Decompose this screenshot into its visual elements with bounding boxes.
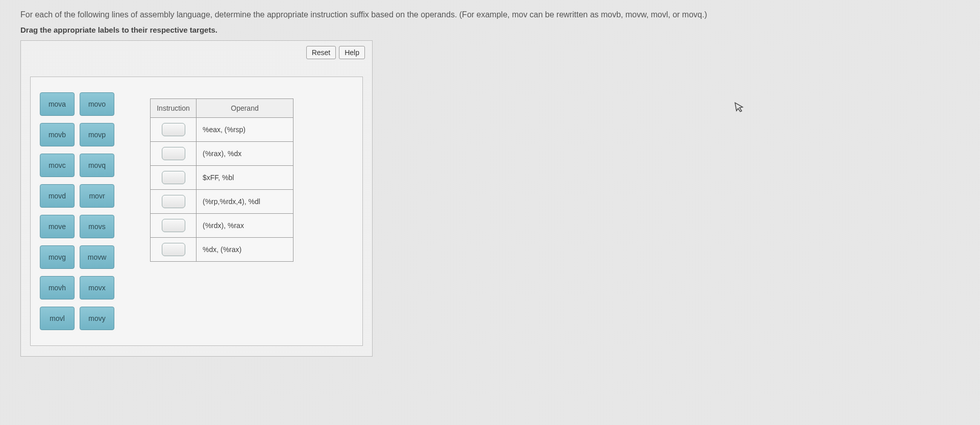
operand-cell: %eax, (%rsp) bbox=[197, 118, 293, 142]
labels-grid: mova movo movb movp movc movq movd movr … bbox=[40, 92, 114, 330]
operand-cell: $xFF, %bl bbox=[197, 166, 293, 190]
label-movg[interactable]: movg bbox=[40, 245, 75, 269]
drop-target-1[interactable] bbox=[162, 147, 185, 160]
operand-table: Instruction Operand %eax, (%rsp) (%rax),… bbox=[150, 98, 293, 262]
label-movl[interactable]: movl bbox=[40, 307, 75, 330]
label-movc[interactable]: movc bbox=[40, 154, 75, 177]
drop-target-3[interactable] bbox=[162, 195, 185, 208]
operand-cell: (%rp,%rdx,4), %dl bbox=[197, 190, 293, 214]
drop-target-0[interactable] bbox=[162, 123, 185, 136]
table-row: %dx, (%rax) bbox=[151, 238, 293, 262]
question-intro: For each of the following lines of assem… bbox=[20, 9, 960, 20]
cursor-icon bbox=[734, 101, 745, 116]
drop-target-5[interactable] bbox=[162, 243, 185, 256]
table-row: (%rdx), %rax bbox=[151, 214, 293, 238]
drop-target-4[interactable] bbox=[162, 219, 185, 232]
label-movo[interactable]: movo bbox=[80, 92, 114, 116]
operand-cell: (%rax), %dx bbox=[197, 142, 293, 166]
label-movw[interactable]: movw bbox=[80, 245, 114, 269]
label-mova[interactable]: mova bbox=[40, 92, 75, 116]
operand-cell: %dx, (%rax) bbox=[197, 238, 293, 262]
label-movp[interactable]: movp bbox=[80, 123, 114, 146]
label-movr[interactable]: movr bbox=[80, 184, 114, 208]
drop-target-2[interactable] bbox=[162, 171, 185, 184]
label-move[interactable]: move bbox=[40, 215, 75, 238]
label-movb[interactable]: movb bbox=[40, 123, 75, 146]
label-movy[interactable]: movy bbox=[80, 307, 114, 330]
exercise-frame: Reset Help mova movo movb movp movc movq… bbox=[20, 40, 373, 357]
header-operand: Operand bbox=[197, 99, 293, 118]
table-row: (%rp,%rdx,4), %dl bbox=[151, 190, 293, 214]
label-movh[interactable]: movh bbox=[40, 276, 75, 299]
table-row: (%rax), %dx bbox=[151, 142, 293, 166]
header-instruction: Instruction bbox=[151, 99, 197, 118]
label-movd[interactable]: movd bbox=[40, 184, 75, 208]
label-movq[interactable]: movq bbox=[80, 154, 114, 177]
reset-button[interactable]: Reset bbox=[306, 46, 336, 59]
label-movs[interactable]: movs bbox=[80, 215, 114, 238]
drag-panel: mova movo movb movp movc movq movd movr … bbox=[30, 77, 363, 346]
toolbar: Reset Help bbox=[21, 41, 372, 62]
help-button[interactable]: Help bbox=[339, 46, 365, 59]
label-movx[interactable]: movx bbox=[80, 276, 114, 299]
operand-cell: (%rdx), %rax bbox=[197, 214, 293, 238]
table-row: %eax, (%rsp) bbox=[151, 118, 293, 142]
drag-instructions: Drag the appropriate labels to their res… bbox=[20, 26, 960, 34]
table-row: $xFF, %bl bbox=[151, 166, 293, 190]
